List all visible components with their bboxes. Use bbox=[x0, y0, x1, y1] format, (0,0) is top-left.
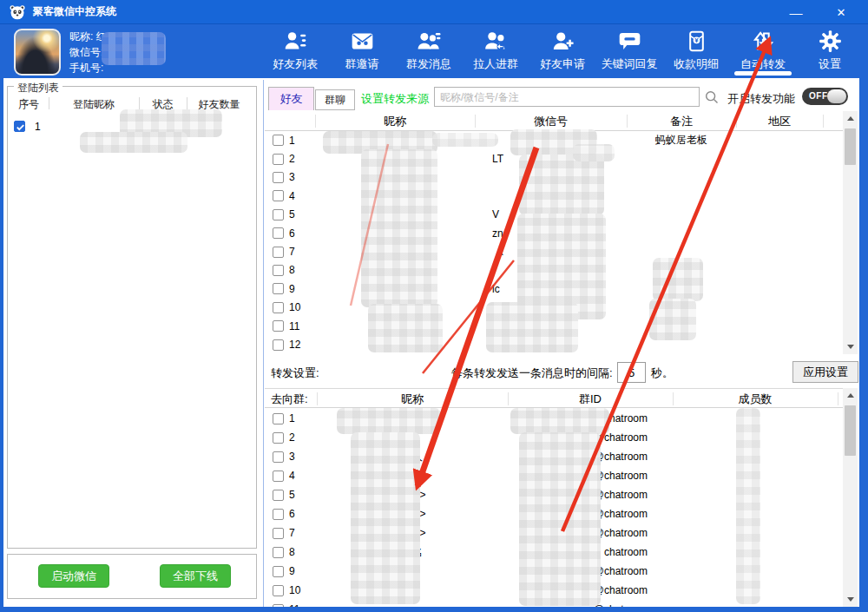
column-separator bbox=[475, 115, 476, 128]
forward-settings-label: 转发设置: bbox=[271, 365, 319, 381]
minimize-button[interactable]: — bbox=[778, 0, 814, 24]
tab-groupchat[interactable]: 群聊 bbox=[315, 89, 355, 110]
scrollbar-thumb[interactable] bbox=[845, 128, 856, 165]
toolbar-item-payment-detail[interactable]: ¥收款明细 bbox=[663, 27, 729, 76]
row-number: 6 bbox=[289, 508, 295, 520]
redaction-blur bbox=[736, 408, 760, 604]
column-header: 地区 bbox=[736, 114, 823, 129]
redaction-blur bbox=[486, 302, 578, 352]
redaction-blur bbox=[653, 258, 703, 301]
all-offline-button[interactable]: 全部下线 bbox=[160, 564, 231, 588]
friends-list-icon bbox=[284, 30, 307, 53]
row-checkbox[interactable] bbox=[273, 302, 284, 313]
row-checkbox[interactable] bbox=[273, 413, 284, 424]
toggle-state-text: OFF bbox=[809, 91, 828, 101]
settings-icon bbox=[819, 30, 842, 53]
toolbar-item-mass-message[interactable]: 群发消息 bbox=[396, 27, 462, 76]
row-checkbox[interactable] bbox=[273, 339, 284, 351]
app-logo-icon bbox=[9, 3, 26, 21]
scroll-up-icon[interactable] bbox=[843, 111, 858, 126]
row-number: 4 bbox=[289, 470, 295, 482]
row-number: 3 bbox=[289, 451, 295, 463]
row-checkbox[interactable] bbox=[273, 432, 284, 444]
row-checkbox[interactable] bbox=[273, 265, 284, 276]
toolbar-item-settings[interactable]: 设置 bbox=[797, 27, 863, 76]
row-checkbox[interactable] bbox=[273, 509, 284, 520]
groups-scrollbar[interactable] bbox=[843, 388, 858, 607]
redaction-blur bbox=[573, 144, 615, 161]
row-number: 11 bbox=[289, 320, 299, 332]
search-icon[interactable] bbox=[704, 89, 720, 105]
row-number: 9 bbox=[289, 283, 295, 295]
column-separator bbox=[317, 392, 318, 405]
column-separator bbox=[315, 115, 316, 128]
row-checkbox[interactable] bbox=[273, 283, 284, 294]
window-border-bottom bbox=[0, 607, 868, 612]
toolbar-item-auto-forward[interactable]: 自动转发 bbox=[730, 27, 796, 76]
scroll-up-icon[interactable] bbox=[843, 388, 858, 403]
row-checkbox[interactable] bbox=[273, 528, 284, 539]
mass-message-icon bbox=[418, 30, 441, 53]
friends-cell-remark: 蚂蚁居老板 bbox=[627, 133, 736, 148]
row-checkbox[interactable] bbox=[273, 190, 284, 201]
row-number: 2 bbox=[289, 153, 295, 165]
table-corner-label: 去向群: bbox=[271, 392, 317, 407]
close-button[interactable]: ✕ bbox=[823, 0, 859, 24]
keyword-reply-icon bbox=[618, 30, 641, 53]
row-checkbox[interactable] bbox=[273, 227, 284, 239]
apply-settings-button[interactable]: 应用设置 bbox=[792, 361, 858, 383]
login-row-checkbox[interactable] bbox=[14, 121, 25, 132]
toolbar-item-label: 自动转发 bbox=[740, 56, 786, 72]
toolbar-item-pull-into-group[interactable]: 拉人进群 bbox=[463, 27, 529, 76]
forward-toggle[interactable]: OFF bbox=[802, 88, 848, 105]
column-separator bbox=[627, 115, 628, 128]
row-checkbox[interactable] bbox=[273, 320, 284, 332]
window-title: 聚客微信中控系统 bbox=[33, 4, 116, 19]
row-checkbox[interactable] bbox=[273, 451, 284, 463]
column-header: 成员数 bbox=[673, 392, 838, 407]
interval-input[interactable] bbox=[617, 362, 646, 383]
friends-scrollbar[interactable] bbox=[843, 111, 858, 354]
scrollbar-thumb[interactable] bbox=[845, 405, 856, 456]
row-number: 2 bbox=[289, 431, 295, 444]
svg-text:¥: ¥ bbox=[694, 36, 699, 44]
toggle-knob bbox=[827, 89, 846, 103]
row-checkbox[interactable] bbox=[273, 154, 284, 165]
row-checkbox[interactable] bbox=[273, 471, 284, 482]
redaction-blur bbox=[368, 304, 443, 352]
column-header: 昵称 bbox=[315, 114, 475, 129]
toolbar-item-friends-list[interactable]: 好友列表 bbox=[262, 27, 328, 76]
row-checkbox[interactable] bbox=[273, 585, 284, 596]
column-separator bbox=[508, 392, 509, 405]
row-number: 3 bbox=[289, 171, 295, 183]
login-row-number: 1 bbox=[35, 121, 41, 133]
row-number: 4 bbox=[289, 190, 295, 202]
row-checkbox[interactable] bbox=[273, 247, 284, 258]
column-separator bbox=[673, 392, 674, 405]
toolbar-item-group-invite[interactable]: 群邀请 bbox=[329, 27, 395, 76]
row-number: 10 bbox=[289, 584, 300, 596]
forward-toggle-label: 开启转发功能 bbox=[727, 91, 795, 107]
row-checkbox[interactable] bbox=[273, 547, 284, 558]
row-checkbox[interactable] bbox=[273, 172, 284, 183]
row-checkbox[interactable] bbox=[273, 209, 284, 220]
row-number: 8 bbox=[289, 264, 295, 276]
column-separator bbox=[187, 97, 187, 109]
toolbar-item-keyword-reply[interactable]: 关键词回复 bbox=[596, 27, 662, 76]
window-border-left bbox=[0, 78, 3, 612]
toolbar-item-label: 关键词回复 bbox=[602, 56, 658, 72]
tab-friends[interactable]: 好友 bbox=[268, 87, 314, 110]
row-number: 1 bbox=[289, 412, 295, 424]
search-input[interactable] bbox=[434, 87, 700, 107]
scroll-down-icon[interactable] bbox=[843, 339, 858, 354]
row-checkbox[interactable] bbox=[273, 135, 284, 146]
row-checkbox[interactable] bbox=[273, 566, 284, 577]
toolbar-item-friend-request[interactable]: 好友申请 bbox=[529, 27, 595, 76]
redaction-blur bbox=[432, 133, 498, 147]
row-checkbox[interactable] bbox=[273, 490, 284, 501]
scroll-down-icon[interactable] bbox=[843, 592, 858, 607]
set-forward-source-link[interactable]: 设置转发来源 bbox=[361, 91, 429, 107]
titlebar: 聚客微信中控系统 — ✕ bbox=[0, 0, 868, 24]
start-wechat-button[interactable]: 启动微信 bbox=[38, 564, 109, 588]
column-header: 备注 bbox=[627, 114, 736, 129]
